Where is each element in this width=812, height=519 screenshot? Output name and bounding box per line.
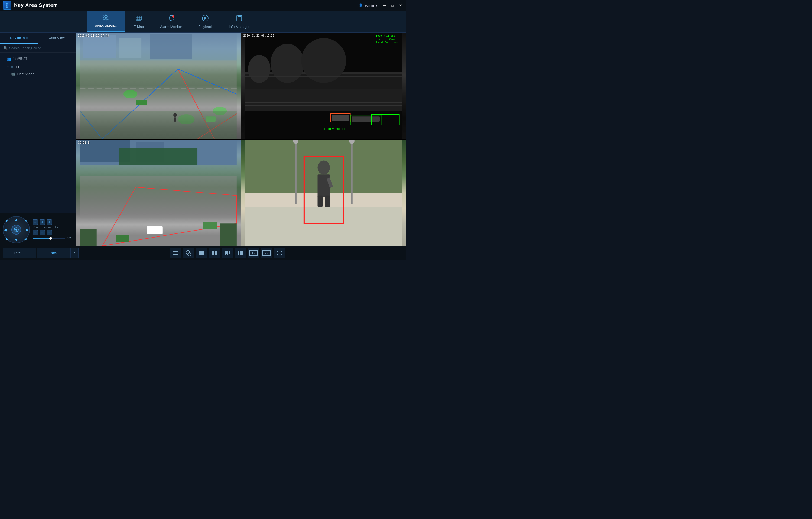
layout-25-button[interactable]: 25 — [261, 248, 272, 258]
svg-rect-9 — [237, 16, 241, 17]
minimize-button[interactable]: — — [382, 3, 387, 8]
cam3-timestamp: 10:51:9 — [78, 141, 89, 144]
list-icon — [173, 250, 178, 256]
ptz-br-arrow[interactable]: ◢ — [24, 237, 27, 240]
layout-25-icon: 25 — [262, 250, 270, 256]
ptz-right-arrow[interactable]: ▶ — [26, 228, 29, 232]
tree-label-camera: Light Video — [17, 72, 34, 76]
svg-rect-59 — [80, 176, 237, 218]
nav-emap-icon — [135, 15, 142, 24]
svg-rect-24 — [80, 60, 237, 111]
video-cell-1[interactable]: 2022-01-21 15:37:49 — [76, 32, 241, 139]
track-label: Track — [49, 251, 57, 255]
svg-point-15 — [16, 229, 17, 231]
iris-minus-btn[interactable]: − — [47, 230, 52, 235]
focus-plus-btn[interactable]: + — [39, 220, 45, 225]
svg-rect-21 — [83, 35, 116, 58]
ptz-center[interactable] — [11, 225, 21, 235]
nav-video-preview-label: Video Preview — [95, 24, 117, 28]
layout-4-button[interactable] — [209, 248, 220, 258]
sidebar: Device Info User View 🔍 − 👥 顶级部门 − 🖥 11 — [0, 32, 76, 246]
layout-16-icon: 16 — [250, 250, 258, 256]
tree-item-group[interactable]: − 🖥 11 — [0, 63, 76, 70]
nav-alarm-monitor[interactable]: Alarm Monitor — [152, 11, 190, 32]
ptz-up-arrow[interactable]: ▲ — [14, 217, 18, 222]
nav-info-label: Info Manager — [229, 25, 250, 29]
nav-alarm-label: Alarm Monitor — [160, 25, 182, 29]
tab-user-view[interactable]: User View — [38, 32, 76, 44]
nav-emap[interactable]: E-Map — [125, 11, 152, 32]
tab-device-info[interactable]: Device Info — [0, 32, 38, 44]
preset-button[interactable]: Preset — [3, 248, 36, 258]
expand-icon: ∧ — [73, 250, 76, 255]
svg-rect-58 — [119, 148, 198, 165]
video-cell-4[interactable] — [241, 140, 406, 246]
layout-16-label: 16 — [252, 251, 255, 255]
tree-label-root: 顶级部门 — [13, 56, 27, 61]
svg-rect-66 — [220, 224, 237, 246]
svg-rect-49 — [352, 116, 379, 122]
svg-text:T: T — [6, 5, 7, 6]
zoom-plus-btn[interactable]: + — [32, 220, 38, 225]
layout-9-button[interactable] — [235, 248, 246, 258]
preset-track-area: Preset Track ∧ — [3, 248, 79, 258]
cam1-timestamp: 2022-01-21 15:37:49 — [78, 34, 109, 37]
zoom-minus-btn[interactable]: − — [32, 230, 38, 235]
toolbar-area: 16 25 — [79, 248, 376, 258]
nav-alarm-icon — [167, 15, 175, 24]
layout-6-button[interactable] — [222, 248, 233, 258]
svg-point-31 — [123, 90, 137, 98]
ptz-down-arrow[interactable]: ▼ — [14, 238, 18, 242]
svg-rect-63 — [116, 235, 129, 242]
list-view-button[interactable] — [170, 248, 181, 258]
svg-rect-78 — [325, 196, 330, 207]
tree-item-camera[interactable]: 📹 Light Video — [0, 70, 76, 78]
cam4-background — [241, 140, 406, 246]
video-cell-2[interactable]: TI-NIYA-KUI-II--- 2020-01-21 08:18:32 ●9… — [241, 32, 406, 139]
search-input[interactable] — [9, 46, 72, 50]
tree-icon-group: 🖥 — [10, 65, 14, 69]
layout-1-button[interactable] — [196, 248, 207, 258]
svg-text:TI-NIYA-KUI-II---: TI-NIYA-KUI-II--- — [324, 127, 349, 131]
layout-16-button[interactable]: 16 — [248, 248, 259, 258]
tree-icon-camera: 📹 — [11, 72, 15, 76]
track-button[interactable]: Track — [36, 248, 70, 258]
user-dropdown-icon[interactable]: ▾ — [376, 3, 378, 7]
link-icon — [186, 250, 191, 256]
focus-label: Focus — [44, 226, 51, 229]
svg-rect-76 — [317, 174, 330, 197]
maximize-button[interactable]: □ — [390, 3, 395, 8]
close-button[interactable]: ✕ — [398, 3, 403, 8]
nav-video-preview[interactable]: Video Preview — [87, 11, 125, 32]
search-icon: 🔍 — [3, 46, 7, 50]
svg-rect-35 — [136, 100, 147, 105]
svg-rect-64 — [203, 222, 217, 229]
ptz-left-arrow[interactable]: ◀ — [4, 228, 7, 232]
tree-label-group: 11 — [16, 65, 19, 69]
nav-emap-label: E-Map — [134, 25, 144, 29]
svg-rect-22 — [119, 38, 141, 58]
expand-button[interactable]: ∧ — [70, 248, 79, 258]
tree-item-root[interactable]: − 👥 顶级部门 — [0, 55, 76, 63]
layout-1-icon — [199, 251, 204, 255]
svg-point-75 — [317, 161, 330, 175]
iris-plus-btn[interactable]: + — [47, 220, 52, 225]
ptz-tl-arrow[interactable]: ◤ — [6, 220, 8, 222]
fullscreen-icon — [277, 250, 282, 256]
ptz-bl-arrow[interactable]: ◣ — [6, 237, 8, 240]
bottom-bar: Preset Track ∧ — [0, 246, 406, 260]
svg-rect-48 — [332, 115, 349, 121]
svg-rect-36 — [206, 116, 215, 122]
nav-info-manager[interactable]: Info Manager — [221, 11, 258, 32]
layout-9-icon — [238, 251, 243, 255]
ptz-tr-arrow[interactable]: ◥ — [24, 220, 27, 222]
ptz-wheel[interactable]: ▲ ▼ ◀ ▶ ◤ ◥ ◣ ◢ — [3, 216, 30, 243]
nav-playback[interactable]: Playback — [190, 11, 221, 32]
svg-point-37 — [173, 113, 177, 118]
speed-slider[interactable] — [32, 238, 65, 239]
video-cell-3[interactable]: 10:51:9 — [76, 140, 241, 246]
fullscreen-button[interactable] — [274, 248, 285, 258]
link-button[interactable] — [183, 248, 194, 258]
app-title: Key Area System — [14, 2, 58, 8]
focus-minus-btn[interactable]: − — [39, 230, 45, 235]
